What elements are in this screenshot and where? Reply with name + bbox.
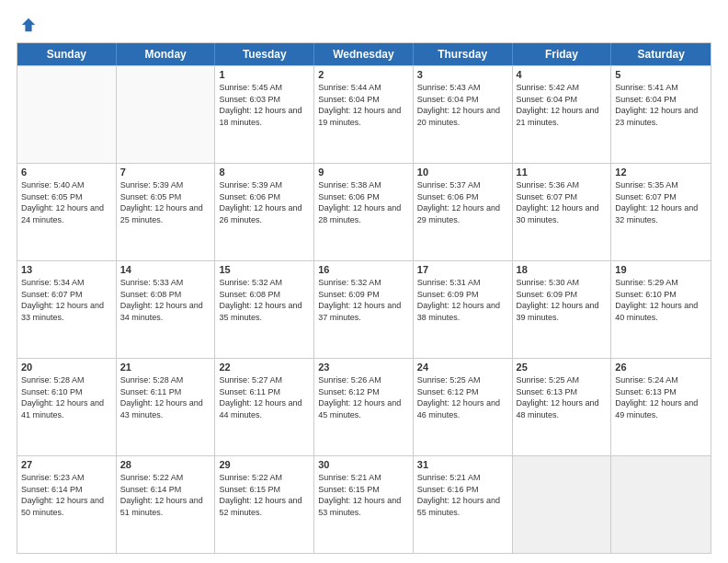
- day-number: 5: [615, 69, 707, 80]
- calendar-week-3: 13Sunrise: 5:34 AMSunset: 6:07 PMDayligh…: [17, 260, 711, 358]
- calendar-cell-day-5: 5Sunrise: 5:41 AMSunset: 6:04 PMDaylight…: [611, 66, 711, 163]
- calendar-cell-day-15: 15Sunrise: 5:32 AMSunset: 6:08 PMDayligh…: [215, 261, 314, 358]
- day-info: Sunrise: 5:26 AMSunset: 6:12 PMDaylight:…: [318, 374, 409, 420]
- day-info: Sunrise: 5:21 AMSunset: 6:15 PMDaylight:…: [318, 472, 409, 518]
- calendar-cell-day-17: 17Sunrise: 5:31 AMSunset: 6:09 PMDayligh…: [414, 261, 513, 358]
- day-number: 20: [21, 362, 112, 373]
- day-info: Sunrise: 5:44 AMSunset: 6:04 PMDaylight:…: [318, 82, 409, 128]
- calendar-header-friday: Friday: [513, 43, 612, 65]
- calendar-cell-day-16: 16Sunrise: 5:32 AMSunset: 6:09 PMDayligh…: [314, 261, 414, 358]
- header: [17, 17, 711, 33]
- calendar-cell-day-11: 11Sunrise: 5:36 AMSunset: 6:07 PMDayligh…: [513, 164, 612, 260]
- day-number: 12: [615, 167, 707, 178]
- day-number: 4: [517, 69, 608, 80]
- day-info: Sunrise: 5:34 AMSunset: 6:07 PMDaylight:…: [21, 277, 112, 323]
- calendar-cell-day-22: 22Sunrise: 5:27 AMSunset: 6:11 PMDayligh…: [215, 359, 314, 455]
- calendar-cell-day-12: 12Sunrise: 5:35 AMSunset: 6:07 PMDayligh…: [611, 164, 711, 260]
- calendar-cell-day-29: 29Sunrise: 5:22 AMSunset: 6:15 PMDayligh…: [215, 456, 314, 553]
- day-info: Sunrise: 5:21 AMSunset: 6:16 PMDaylight:…: [417, 472, 508, 518]
- day-info: Sunrise: 5:39 AMSunset: 6:06 PMDaylight:…: [219, 179, 310, 225]
- calendar-cell-day-6: 6Sunrise: 5:40 AMSunset: 6:05 PMDaylight…: [17, 164, 117, 260]
- calendar-header-monday: Monday: [117, 43, 216, 65]
- calendar-cell-day-28: 28Sunrise: 5:22 AMSunset: 6:14 PMDayligh…: [117, 456, 216, 553]
- day-number: 25: [517, 362, 608, 373]
- day-number: 16: [318, 264, 409, 275]
- day-number: 24: [417, 362, 508, 373]
- day-info: Sunrise: 5:31 AMSunset: 6:09 PMDaylight:…: [417, 277, 508, 323]
- day-number: 8: [219, 167, 310, 178]
- page: SundayMondayTuesdayWednesdayThursdayFrid…: [0, 0, 728, 563]
- svg-marker-0: [22, 18, 35, 31]
- day-number: 3: [417, 69, 508, 80]
- calendar-week-1: 1Sunrise: 5:45 AMSunset: 6:03 PMDaylight…: [17, 65, 711, 163]
- logo-icon: [20, 17, 37, 33]
- calendar-cell-day-3: 3Sunrise: 5:43 AMSunset: 6:04 PMDaylight…: [414, 66, 513, 163]
- day-info: Sunrise: 5:25 AMSunset: 6:12 PMDaylight:…: [417, 374, 508, 420]
- day-info: Sunrise: 5:23 AMSunset: 6:14 PMDaylight:…: [21, 472, 112, 518]
- day-info: Sunrise: 5:36 AMSunset: 6:07 PMDaylight:…: [517, 179, 608, 225]
- calendar-cell-day-27: 27Sunrise: 5:23 AMSunset: 6:14 PMDayligh…: [17, 456, 117, 553]
- calendar-cell-day-18: 18Sunrise: 5:30 AMSunset: 6:09 PMDayligh…: [513, 261, 612, 358]
- day-info: Sunrise: 5:25 AMSunset: 6:13 PMDaylight:…: [517, 374, 608, 420]
- logo: [17, 17, 37, 33]
- day-number: 17: [417, 264, 508, 275]
- calendar-cell-day-25: 25Sunrise: 5:25 AMSunset: 6:13 PMDayligh…: [513, 359, 612, 455]
- calendar-cell-day-19: 19Sunrise: 5:29 AMSunset: 6:10 PMDayligh…: [611, 261, 711, 358]
- calendar-week-2: 6Sunrise: 5:40 AMSunset: 6:05 PMDaylight…: [17, 163, 711, 260]
- calendar-cell-day-10: 10Sunrise: 5:37 AMSunset: 6:06 PMDayligh…: [414, 164, 513, 260]
- calendar-cell-day-9: 9Sunrise: 5:38 AMSunset: 6:06 PMDaylight…: [314, 164, 414, 260]
- day-info: Sunrise: 5:41 AMSunset: 6:04 PMDaylight:…: [615, 82, 707, 128]
- calendar-cell-day-1: 1Sunrise: 5:45 AMSunset: 6:03 PMDaylight…: [215, 66, 314, 163]
- calendar-header-tuesday: Tuesday: [215, 43, 314, 65]
- calendar-cell-empty: [117, 66, 216, 163]
- day-info: Sunrise: 5:24 AMSunset: 6:13 PMDaylight:…: [615, 374, 707, 420]
- day-number: 31: [417, 459, 508, 470]
- day-info: Sunrise: 5:38 AMSunset: 6:06 PMDaylight:…: [318, 179, 409, 225]
- day-number: 22: [219, 362, 310, 373]
- calendar-header-sunday: Sunday: [17, 43, 117, 65]
- calendar-cell-empty: [17, 66, 117, 163]
- day-number: 27: [21, 459, 112, 470]
- day-info: Sunrise: 5:45 AMSunset: 6:03 PMDaylight:…: [219, 82, 310, 128]
- day-number: 13: [21, 264, 112, 275]
- calendar-cell-day-14: 14Sunrise: 5:33 AMSunset: 6:08 PMDayligh…: [117, 261, 216, 358]
- day-info: Sunrise: 5:35 AMSunset: 6:07 PMDaylight:…: [615, 179, 707, 225]
- calendar-cell-day-7: 7Sunrise: 5:39 AMSunset: 6:05 PMDaylight…: [117, 164, 216, 260]
- day-info: Sunrise: 5:43 AMSunset: 6:04 PMDaylight:…: [417, 82, 508, 128]
- day-number: 23: [318, 362, 409, 373]
- calendar-header-row: SundayMondayTuesdayWednesdayThursdayFrid…: [17, 43, 711, 65]
- calendar-cell-empty: [513, 456, 612, 553]
- calendar-cell-day-24: 24Sunrise: 5:25 AMSunset: 6:12 PMDayligh…: [414, 359, 513, 455]
- calendar-header-thursday: Thursday: [414, 43, 513, 65]
- calendar-cell-day-2: 2Sunrise: 5:44 AMSunset: 6:04 PMDaylight…: [314, 66, 414, 163]
- day-info: Sunrise: 5:32 AMSunset: 6:08 PMDaylight:…: [219, 277, 310, 323]
- day-number: 19: [615, 264, 707, 275]
- day-info: Sunrise: 5:39 AMSunset: 6:05 PMDaylight:…: [120, 179, 211, 225]
- calendar: SundayMondayTuesdayWednesdayThursdayFrid…: [17, 42, 711, 554]
- day-number: 10: [417, 167, 508, 178]
- calendar-cell-day-30: 30Sunrise: 5:21 AMSunset: 6:15 PMDayligh…: [314, 456, 414, 553]
- calendar-cell-day-23: 23Sunrise: 5:26 AMSunset: 6:12 PMDayligh…: [314, 359, 414, 455]
- day-info: Sunrise: 5:32 AMSunset: 6:09 PMDaylight:…: [318, 277, 409, 323]
- calendar-cell-day-21: 21Sunrise: 5:28 AMSunset: 6:11 PMDayligh…: [117, 359, 216, 455]
- day-info: Sunrise: 5:28 AMSunset: 6:11 PMDaylight:…: [120, 374, 211, 420]
- day-info: Sunrise: 5:22 AMSunset: 6:15 PMDaylight:…: [219, 472, 310, 518]
- day-info: Sunrise: 5:28 AMSunset: 6:10 PMDaylight:…: [21, 374, 112, 420]
- day-info: Sunrise: 5:22 AMSunset: 6:14 PMDaylight:…: [120, 472, 211, 518]
- day-number: 7: [120, 167, 211, 178]
- day-info: Sunrise: 5:27 AMSunset: 6:11 PMDaylight:…: [219, 374, 310, 420]
- day-number: 28: [120, 459, 211, 470]
- day-number: 1: [219, 69, 310, 80]
- day-number: 21: [120, 362, 211, 373]
- calendar-cell-day-13: 13Sunrise: 5:34 AMSunset: 6:07 PMDayligh…: [17, 261, 117, 358]
- calendar-cell-day-26: 26Sunrise: 5:24 AMSunset: 6:13 PMDayligh…: [611, 359, 711, 455]
- day-number: 2: [318, 69, 409, 80]
- calendar-cell-day-20: 20Sunrise: 5:28 AMSunset: 6:10 PMDayligh…: [17, 359, 117, 455]
- calendar-header-wednesday: Wednesday: [314, 43, 414, 65]
- day-number: 29: [219, 459, 310, 470]
- day-info: Sunrise: 5:37 AMSunset: 6:06 PMDaylight:…: [417, 179, 508, 225]
- day-number: 18: [517, 264, 608, 275]
- calendar-cell-day-31: 31Sunrise: 5:21 AMSunset: 6:16 PMDayligh…: [414, 456, 513, 553]
- calendar-week-5: 27Sunrise: 5:23 AMSunset: 6:14 PMDayligh…: [17, 455, 711, 553]
- day-info: Sunrise: 5:30 AMSunset: 6:09 PMDaylight:…: [517, 277, 608, 323]
